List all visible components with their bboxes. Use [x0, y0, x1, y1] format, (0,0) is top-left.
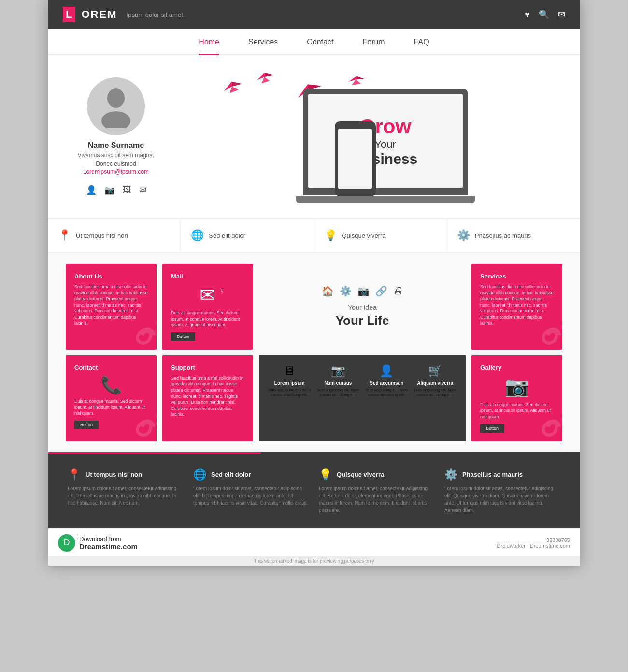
footer-feature-body-1: Lorem ipsum dolor sit amet, consectetur … [193, 485, 309, 507]
center-idea-text: Your Idea [348, 304, 376, 311]
center-icon-camera: 📷 [357, 285, 370, 297]
dreamstime-right: 38338765 Droidworker | Dreamstime.com [497, 537, 570, 549]
ds-title-0: Lorem ipsum [268, 380, 312, 386]
swirl-decoration-4 [528, 408, 562, 441]
feature-text-3: Phasellus ac mauris [475, 232, 531, 239]
phone-screen [338, 129, 372, 189]
dark-services-grid: 🖥 Lorem ipsum Duis adipiscing elit. Nam … [268, 364, 457, 398]
swirl-decoration [123, 316, 157, 350]
header-icons: ♥ 🔍 ✉ [525, 9, 565, 20]
ds-body-1: Duis adipiscing elit. Nam cursus adipisc… [316, 388, 360, 398]
logo-text: OREM [81, 8, 117, 21]
contact-title: Contact [74, 364, 148, 371]
watermark-bar: This watermarked image is for previewing… [48, 556, 580, 566]
ds-col-2: 👤 Sed accumsan Duis adipiscing elit. Nam… [365, 364, 409, 398]
ds-col-1: 📷 Nam cursus Duis adipiscing elit. Nam c… [316, 364, 360, 398]
ds-body-2: Duis adipiscing elit. Nam cursus adipisc… [365, 388, 409, 398]
user-icon[interactable]: 👤 [86, 185, 97, 195]
footer-feature-header-0: 📍 Ut tempus nisl non [68, 468, 184, 481]
support-body: Sed faucibus urna a nisi sollicitudin in… [171, 375, 244, 418]
center-icon-gear: ⚙️ [340, 285, 352, 297]
footer-feature-header-1: 🌐 Sed elit dolor [193, 468, 309, 481]
svg-marker-12 [356, 75, 365, 80]
download-label: Download from [79, 535, 121, 542]
globe-icon: 🌐 [191, 229, 204, 242]
nav-home[interactable]: Home [199, 38, 219, 55]
feature-item-2: 💡 Quisque viverra [314, 219, 447, 252]
swirl-decoration-2 [528, 316, 562, 350]
nav-forum[interactable]: Forum [362, 38, 385, 54]
ds-title-3: Aliquam viverra [414, 380, 457, 386]
swirl-decoration-3 [123, 408, 157, 441]
ds-icon-2: 👤 [365, 364, 409, 378]
contact-card: Contact 📞 Duis at congue mauris. Sed dic… [66, 355, 157, 441]
profile-email[interactable]: Loremipsum@ipsum.com [83, 168, 149, 175]
location-icon: 📍 [58, 229, 71, 242]
center-icons-row: 🏠 ⚙️ 📷 🔗 🖨 [322, 285, 403, 297]
dreamstime-text: Download from Dreamstime.com [79, 535, 138, 551]
heart-icon[interactable]: ♥ [525, 10, 530, 20]
footer-feature-3: ⚙️ Phasellus ac mauris Lorem ipsum dolor… [444, 468, 560, 514]
mail-title: Mail [171, 273, 244, 280]
laptop-device: Grow Your Business [296, 89, 475, 203]
ds-col-0: 🖥 Lorem ipsum Duis adipiscing elit. Nam … [268, 364, 312, 398]
footer-feature-body-2: Lorem ipsum dolor sit amet, consectetur … [319, 485, 435, 514]
profile-name: Name Surname [88, 141, 144, 150]
center-card: 🏠 ⚙️ 📷 🔗 🖨 Your Idea Your Life [259, 264, 466, 350]
profile-social-icons: 👤 📷 🖼 ✉ [86, 185, 146, 195]
services-card-title: Services [480, 273, 554, 280]
hero-center: Grow Your Business [184, 70, 560, 203]
mail-icon[interactable]: ✉ [558, 9, 565, 20]
footer-feature-2: 💡 Quisque viverra Lorem ipsum dolor sit … [319, 468, 435, 514]
profile-area: Name Surname Vivamus suscipit sem magna.… [68, 77, 164, 195]
features-bar: 📍 Ut tempus nisl non 🌐 Sed elit dolor 💡 … [48, 218, 580, 253]
site-header: L OREM ipsum dolor sit amet ♥ 🔍 ✉ [48, 0, 580, 29]
dreamstime-logo: D Download from Dreamstime.com [58, 534, 138, 552]
laptop-base [296, 196, 475, 203]
center-life-text: Your Life [336, 313, 389, 328]
nav-contact[interactable]: Contact [307, 38, 333, 54]
gallery-title: Gallery [480, 364, 554, 371]
ds-icon-1: 📷 [316, 364, 360, 378]
center-icon-link: 🔗 [375, 285, 387, 297]
ds-icon-3: 🛒 [414, 364, 457, 378]
svg-marker-3 [230, 79, 242, 87]
gallery-camera-icon: 📷 [480, 375, 554, 398]
contact-button[interactable]: Button [74, 421, 99, 429]
ds-title-1: Nam cursus [316, 380, 360, 386]
footer-feature-1: 🌐 Sed elit dolor Lorem ipsum dolor sit a… [193, 468, 309, 514]
dreamstime-bar: D Download from Dreamstime.com 38338765 … [48, 528, 580, 556]
mail-button[interactable]: Button [171, 332, 195, 341]
gallery-button[interactable]: Button [480, 424, 504, 433]
hero-section: Name Surname Vivamus suscipit sem magna.… [48, 55, 580, 218]
laptop-body: Grow Your Business [303, 89, 468, 195]
svg-marker-6 [264, 72, 274, 77]
footer-globe-icon: 🌐 [193, 468, 206, 481]
photo-icon[interactable]: 🖼 [123, 185, 131, 195]
ds-col-3: 🛒 Aliquam viverra Duis adipiscing elit. … [414, 364, 457, 398]
footer-feature-title-2: Quisque viverra [337, 471, 384, 478]
nav-faq[interactable]: FAQ [414, 38, 429, 54]
services-card: Services Sed faucibus diam nisi sollicit… [471, 264, 562, 350]
camera-icon[interactable]: 📷 [104, 185, 115, 195]
your-text: Your [374, 138, 396, 151]
profile-sub: Donec euismod [96, 161, 136, 167]
footer-feature-header-2: 💡 Quisque viverra [319, 468, 435, 481]
about-us-card: About Us Sed faucibus urna a nisi sollic… [66, 264, 157, 350]
nav-services[interactable]: Services [248, 38, 278, 54]
gear-icon: ⚙️ [457, 229, 470, 242]
footer-feature-body-0: Lorem ipsum dolor sit amet, consectetur … [68, 485, 184, 507]
search-icon[interactable]: 🔍 [539, 9, 549, 20]
profile-desc: Vivamus suscipit sem magna. [78, 152, 155, 159]
center-icon-home: 🏠 [322, 285, 334, 297]
feature-item-3: ⚙️ Phasellus ac mauris [447, 219, 580, 252]
support-card: Support Sed faucibus urna a nisi sollici… [162, 355, 253, 441]
grid-section: About Us Sed faucibus urna a nisi sollic… [48, 253, 580, 452]
support-title: Support [171, 364, 244, 371]
avatar [87, 77, 145, 135]
envelope-icon[interactable]: ✉ [139, 185, 146, 195]
ds-icon-0: 🖥 [268, 364, 312, 378]
author-credit: Droidworker | Dreamstime.com [497, 543, 570, 549]
center-icon-print: 🖨 [393, 285, 403, 297]
footer-feature-header-3: ⚙️ Phasellus ac mauris [444, 468, 560, 481]
